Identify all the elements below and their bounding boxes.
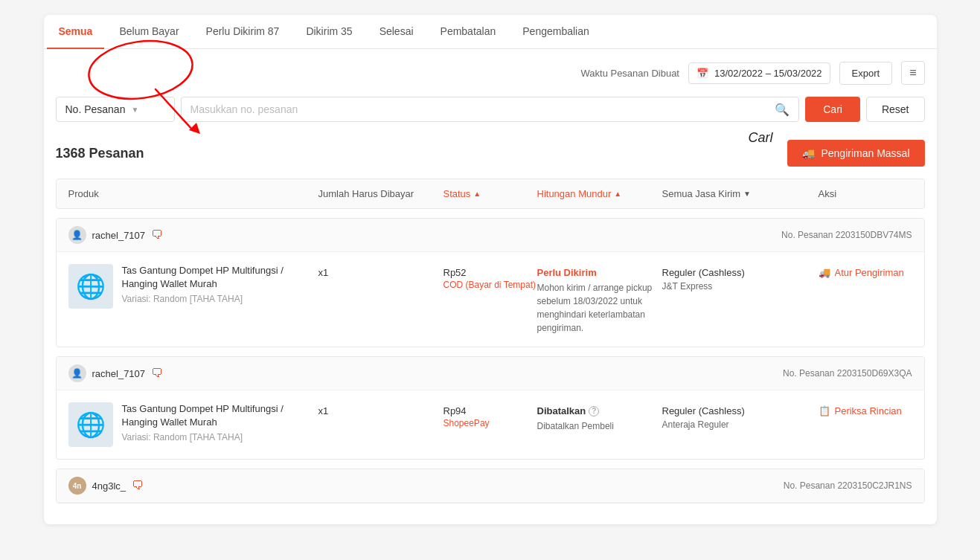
user-avatar-text: 4n (73, 482, 82, 490)
product-variant: Variasi: Random [TAHA TAHA] (122, 294, 318, 304)
tab-dikirim[interactable]: Dikirim 35 (294, 15, 364, 49)
aksi-col: 🚚 Atur Pengiriman (819, 264, 912, 278)
user-info: 👤 rachel_7107 🗨 (68, 226, 164, 244)
product-globe-icon: 🌐 (76, 411, 106, 439)
date-label: Waktu Pesanan Dibuat (581, 68, 679, 79)
jasa-col: Reguler (Cashless) Anteraja Reguler (662, 402, 819, 430)
chat-icon[interactable]: 🗨 (151, 228, 163, 242)
th-jasa[interactable]: Semua Jasa Kirim ▼ (662, 188, 819, 199)
tab-pembatalan[interactable]: Pembatalan (429, 15, 508, 49)
atur-pengiriman-button[interactable]: 🚚 Atur Pengiriman (819, 267, 912, 278)
info-icon[interactable]: ? (589, 406, 599, 416)
tabs-row: Semua Belum Bayar Perlu Dikirim 87 Dikir… (44, 15, 937, 49)
search-select-label: No. Pesanan (65, 103, 126, 115)
tab-belum-bayar[interactable]: Belum Bayar (107, 15, 190, 49)
order-row: 🌐 Tas Gantung Dompet HP Multifungsi / Ha… (57, 252, 924, 347)
price-amount: Rp94 (443, 405, 537, 416)
order-number: No. Pesanan 2203150D69X3QA (783, 368, 912, 379)
pengiriman-btn-label: Pengiriman Massal (821, 147, 909, 159)
th-jumlah: Jumlah Harus Dibayar (318, 188, 443, 199)
th-aksi: Aksi (819, 188, 912, 199)
order-card-header: 👤 rachel_7107 🗨 No. Pesanan 2203150D69X3… (57, 357, 924, 390)
sort-icon-status: ▲ (473, 190, 481, 198)
th-hitungan[interactable]: Hitungan Mundur ▲ (537, 188, 662, 199)
product-image: 🌐 (68, 402, 113, 447)
search-icon: 🔍 (775, 103, 790, 117)
aksi-col: 📋 Periksa Rincian (819, 402, 912, 416)
order-card: 4n 4ng3lc_ 🗨 No. Pesanan 2203150C2JR1NS (56, 469, 925, 503)
jasa-col: Reguler (Cashless) J&T Express (662, 264, 819, 292)
delivery-icon: 🚚 (819, 267, 830, 278)
order-card: 👤 rachel_7107 🗨 No. Pesanan 2203150DBV74… (56, 218, 925, 347)
product-variant: Variasi: Random [TAHA TAHA] (122, 432, 318, 442)
cari-button[interactable]: Cari (805, 97, 860, 122)
price-amount: Rp52 (443, 267, 537, 278)
order-number: No. Pesanan 2203150DBV74MS (781, 230, 912, 240)
search-type-select[interactable]: No. Pesanan ▼ (56, 97, 175, 122)
chat-icon[interactable]: 🗨 (132, 479, 144, 492)
order-number: No. Pesanan 2203150C2JR1NS (784, 480, 912, 491)
tab-semua[interactable]: Semua (47, 15, 105, 49)
table-header: Produk Jumlah Harus Dibayar Status ▲ Hit… (56, 178, 925, 209)
jasa-name: Anteraja Reguler (662, 419, 819, 430)
order-card: 👤 rachel_7107 🗨 No. Pesanan 2203150D69X3… (56, 356, 925, 460)
periksa-btn-label: Periksa Rincian (835, 405, 902, 416)
order-card-header: 4n 4ng3lc_ 🗨 No. Pesanan 2203150C2JR1NS (57, 469, 924, 503)
qty-col: x1 (318, 264, 443, 278)
doc-icon: 📋 (819, 405, 830, 416)
date-range-value: 13/02/2022 – 15/03/2022 (714, 68, 822, 79)
status-col: Perlu Dikirim Mohon kirim / arrange pick… (537, 264, 662, 335)
reset-button[interactable]: Reset (866, 97, 925, 122)
price-col: Rp94 ShopeePay (443, 402, 537, 428)
price-method: ShopeePay (443, 418, 537, 428)
status-note: Dibatalkan Pembeli (537, 419, 662, 433)
sort-icon-hitungan: ▲ (614, 190, 621, 198)
search-input[interactable] (190, 97, 775, 121)
jasa-type: Reguler (Cashless) (662, 267, 819, 278)
product-col: 🌐 Tas Gantung Dompet HP Multifungsi / Ha… (68, 264, 318, 309)
avatar: 4n (68, 477, 86, 495)
price-method: COD (Bayar di Tempat) (443, 280, 537, 290)
periksa-rincian-button[interactable]: 📋 Periksa Rincian (819, 405, 912, 416)
filter-row: Waktu Pesanan Dibuat 📅 13/02/2022 – 15/0… (56, 49, 925, 91)
avatar: 👤 (68, 226, 86, 244)
atur-btn-label: Atur Pengiriman (835, 267, 904, 278)
tab-perlu-dikirim[interactable]: Perlu Dikirim 87 (194, 15, 292, 49)
product-info: Tas Gantung Dompet HP Multifungsi / Hang… (122, 264, 318, 304)
username: 4ng3lc_ (92, 480, 126, 492)
pengiriman-massal-button[interactable]: 🚚 Pengiriman Massal (787, 140, 924, 167)
export-button[interactable]: Export (839, 62, 893, 85)
more-options-button[interactable]: ≡ (901, 61, 924, 85)
th-produk: Produk (68, 188, 318, 199)
chat-icon[interactable]: 🗨 (151, 367, 163, 380)
chevron-jasa-icon: ▼ (743, 190, 751, 198)
product-col: 🌐 Tas Gantung Dompet HP Multifungsi / Ha… (68, 402, 318, 447)
status-col: Dibatalkan ? Dibatalkan Pembeli (537, 402, 662, 433)
price-col: Rp52 COD (Bayar di Tempat) (443, 264, 537, 290)
status-badge: Dibatalkan ? (537, 405, 662, 416)
jasa-name: J&T Express (662, 281, 819, 292)
date-picker[interactable]: 📅 13/02/2022 – 15/03/2022 (688, 62, 830, 84)
product-info: Tas Gantung Dompet HP Multifungsi / Hang… (122, 402, 318, 442)
user-avatar-icon: 👤 (71, 368, 83, 379)
orders-count: 1368 Pesanan (56, 146, 144, 161)
th-status[interactable]: Status ▲ (443, 188, 537, 199)
qty-col: x1 (318, 402, 443, 416)
search-input-wrap: 🔍 (181, 97, 800, 122)
product-name: Tas Gantung Dompet HP Multifungsi / Hang… (122, 264, 318, 291)
product-globe-icon: 🌐 (76, 272, 106, 300)
status-note: Mohon kirim / arrange pickup sebelum 18/… (537, 281, 662, 335)
username: rachel_7107 (92, 368, 146, 379)
tab-selesai[interactable]: Selesai (368, 15, 426, 49)
product-name: Tas Gantung Dompet HP Multifungsi / Hang… (122, 402, 318, 429)
tab-pengembalian[interactable]: Pengembalian (510, 15, 601, 49)
username: rachel_7107 (92, 230, 146, 241)
avatar: 👤 (68, 364, 86, 382)
calendar-icon: 📅 (696, 68, 708, 79)
user-info: 👤 rachel_7107 🗨 (68, 364, 164, 382)
user-info: 4n 4ng3lc_ 🗨 (68, 477, 144, 495)
user-avatar-icon: 👤 (71, 230, 83, 240)
order-row: 🌐 Tas Gantung Dompet HP Multifungsi / Ha… (57, 390, 924, 459)
truck-icon: 🚚 (802, 147, 815, 159)
chevron-down-icon: ▼ (131, 106, 138, 114)
